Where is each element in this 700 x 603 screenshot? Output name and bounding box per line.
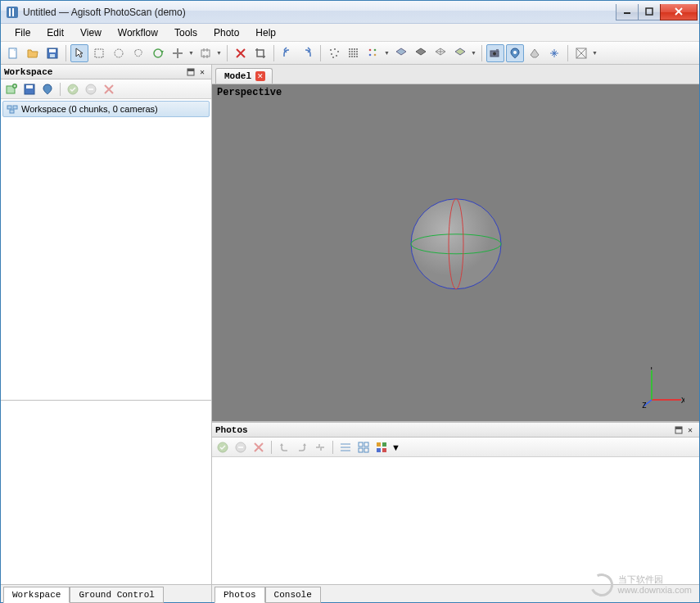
rotate-button[interactable] xyxy=(149,44,167,62)
svg-text:X: X xyxy=(681,397,684,405)
dropdown-icon[interactable]: ▼ xyxy=(384,50,391,56)
undock-icon[interactable] xyxy=(185,66,196,78)
menu-file[interactable]: File xyxy=(7,25,38,41)
point-cloud-button[interactable] xyxy=(325,44,343,62)
freeform-select-button[interactable] xyxy=(129,44,147,62)
menu-photo[interactable]: Photo xyxy=(206,25,246,41)
svg-point-34 xyxy=(351,56,353,57)
model-textured-button[interactable] xyxy=(451,44,469,62)
region-button[interactable] xyxy=(196,44,215,62)
enable-button[interactable] xyxy=(65,81,81,97)
model-solid-button[interactable] xyxy=(412,44,430,62)
svg-rect-48 xyxy=(187,69,194,71)
add-chunk-button[interactable] xyxy=(3,81,20,97)
svg-point-30 xyxy=(351,53,353,55)
redo-button[interactable] xyxy=(298,44,316,62)
tab-console[interactable]: Console xyxy=(265,587,321,603)
workspace-root-item[interactable]: Workspace (0 chunks, 0 cameras) xyxy=(2,101,210,117)
photos-panel-header: Photos ✕ xyxy=(212,423,699,438)
photos-body[interactable] xyxy=(212,457,699,584)
toolbar-separator xyxy=(332,441,333,454)
svg-point-40 xyxy=(374,53,377,56)
model-shaded-button[interactable] xyxy=(392,44,410,62)
photos-tabs: Photos Console xyxy=(212,584,699,602)
enable-button[interactable] xyxy=(215,439,231,456)
preview-panel xyxy=(1,400,211,584)
dense-cloud-button[interactable] xyxy=(345,44,363,62)
svg-rect-75 xyxy=(341,447,350,448)
close-panel-icon[interactable]: ✕ xyxy=(196,66,208,78)
remove-button[interactable] xyxy=(101,81,117,97)
svg-point-10 xyxy=(115,49,123,57)
undock-icon[interactable] xyxy=(673,424,684,436)
disable-button[interactable] xyxy=(83,81,99,97)
model-wire-button[interactable] xyxy=(431,44,449,62)
save-button[interactable] xyxy=(43,44,61,62)
details-view-button[interactable] xyxy=(337,439,354,456)
show-trackball-button[interactable] xyxy=(545,44,563,62)
svg-rect-77 xyxy=(359,442,363,447)
large-icons-button[interactable] xyxy=(373,439,390,456)
app-window: Untitled — Agisoft PhotoScan (demo) File… xyxy=(0,0,700,603)
svg-point-27 xyxy=(354,51,355,52)
svg-point-59 xyxy=(411,198,501,288)
svg-point-18 xyxy=(331,53,332,55)
svg-rect-9 xyxy=(95,49,103,57)
svg-point-31 xyxy=(354,53,355,55)
scale-button[interactable] xyxy=(169,44,187,62)
axis-gizmo: X Y Z xyxy=(642,367,684,410)
show-cameras-button[interactable] xyxy=(486,44,504,62)
close-button[interactable] xyxy=(660,4,698,20)
small-icons-button[interactable] xyxy=(355,439,372,456)
show-markers-button[interactable] xyxy=(506,44,524,62)
new-button[interactable] xyxy=(4,44,22,62)
titlebar: Untitled — Agisoft PhotoScan (demo) xyxy=(1,1,699,24)
show-region-button[interactable] xyxy=(526,44,544,62)
tab-ground-control[interactable]: Ground Control xyxy=(70,587,163,603)
tab-model[interactable]: Model ✕ xyxy=(215,68,273,84)
navigate-button[interactable] xyxy=(70,44,88,62)
menu-view[interactable]: View xyxy=(73,25,109,41)
svg-rect-76 xyxy=(341,450,350,451)
svg-rect-84 xyxy=(382,448,386,452)
menu-tools[interactable]: Tools xyxy=(167,25,205,41)
svg-rect-8 xyxy=(50,54,55,57)
maximize-button[interactable] xyxy=(638,4,661,20)
circle-select-button[interactable] xyxy=(110,44,128,62)
remove-button[interactable] xyxy=(251,439,267,456)
dropdown-icon[interactable]: ▼ xyxy=(471,50,477,56)
svg-rect-2 xyxy=(12,8,14,16)
workspace-tree[interactable]: Workspace (0 chunks, 0 cameras) xyxy=(1,99,211,400)
delete-button[interactable] xyxy=(232,44,250,62)
reset-view-button[interactable] xyxy=(572,44,590,62)
svg-point-35 xyxy=(354,56,355,57)
close-tab-icon[interactable]: ✕ xyxy=(255,71,265,81)
menu-edit[interactable]: Edit xyxy=(39,25,71,41)
svg-point-22 xyxy=(351,48,353,50)
dropdown-icon[interactable]: ▼ xyxy=(216,50,223,56)
tab-photos[interactable]: Photos xyxy=(215,587,265,603)
add-camera-button[interactable] xyxy=(39,81,56,97)
crop-button[interactable] xyxy=(251,44,269,62)
minimize-button[interactable] xyxy=(616,4,639,20)
model-viewport[interactable]: Perspective X Y Z xyxy=(212,84,699,422)
dropdown-icon[interactable]: ▼ xyxy=(188,50,195,56)
open-button[interactable] xyxy=(24,44,42,62)
toolbar-separator xyxy=(65,45,66,61)
dropdown-icon[interactable]: ▼ xyxy=(391,442,400,452)
add-photos-button[interactable] xyxy=(21,81,38,97)
disable-button[interactable] xyxy=(233,439,249,456)
undo-button[interactable] xyxy=(278,44,296,62)
rotate-right-button[interactable] xyxy=(294,439,310,456)
dense-classes-button[interactable] xyxy=(364,44,382,62)
svg-rect-58 xyxy=(10,110,14,113)
reset-button[interactable] xyxy=(312,439,328,456)
tab-workspace[interactable]: Workspace xyxy=(3,587,70,603)
menu-help[interactable]: Help xyxy=(248,25,283,41)
rotate-left-button[interactable] xyxy=(276,439,292,456)
dropdown-icon[interactable]: ▼ xyxy=(592,50,598,56)
close-panel-icon[interactable]: ✕ xyxy=(684,424,696,436)
menu-workflow[interactable]: Workflow xyxy=(111,25,165,41)
svg-rect-81 xyxy=(377,442,381,447)
rect-select-button[interactable] xyxy=(90,44,108,62)
